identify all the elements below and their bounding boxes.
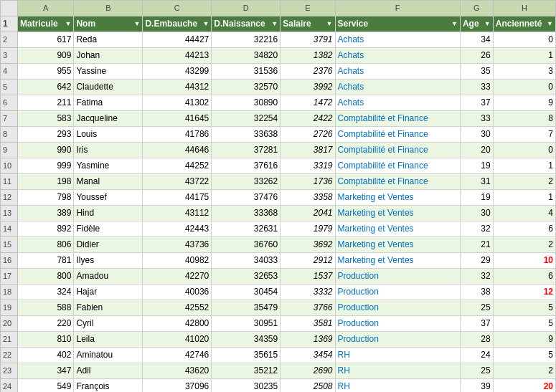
cell-anciennete[interactable]: 1 [493, 190, 555, 206]
col-header-matricule[interactable]: Matricule ▼ [17, 16, 73, 32]
cell-matricule[interactable]: 798 [17, 190, 73, 206]
cell-matricule[interactable]: 800 [17, 269, 73, 285]
cell-matricule[interactable]: 642 [17, 80, 73, 95]
cell-nom[interactable]: Yassine [74, 64, 143, 80]
cell-embauche[interactable]: 41302 [143, 95, 212, 111]
cell-service[interactable]: Production [335, 316, 460, 332]
cell-salaire[interactable]: 3992 [281, 80, 335, 95]
cell-embauche[interactable]: 43620 [143, 363, 212, 379]
table-row[interactable]: 7583Jacqueline41645322542422Comptabilité… [1, 111, 556, 127]
table-row[interactable]: 20220Cyril42800309513581Production375 [1, 316, 556, 332]
cell-age[interactable]: 24 [460, 348, 493, 363]
cell-matricule[interactable]: 999 [17, 158, 73, 174]
table-row[interactable]: 13389Hind43112333682041Marketing et Vent… [1, 206, 556, 221]
cell-anciennete[interactable]: 5 [493, 316, 555, 332]
table-row[interactable]: 14892Fidèle42443326311979Marketing et Ve… [1, 221, 556, 237]
cell-nom[interactable]: Johan [74, 48, 143, 64]
cell-salaire[interactable]: 1382 [281, 48, 335, 64]
cell-anciennete[interactable]: 2 [493, 174, 555, 190]
cell-age[interactable]: 28 [460, 332, 493, 348]
cell-anciennete[interactable]: 5 [493, 300, 555, 316]
table-row[interactable]: 16781Ilyes40982340332912Marketing et Ven… [1, 253, 556, 269]
cell-naissance[interactable]: 35479 [212, 300, 281, 316]
cell-age[interactable]: 29 [460, 253, 493, 269]
cell-anciennete[interactable]: 0 [493, 143, 555, 158]
cell-matricule[interactable]: 955 [17, 64, 73, 80]
cell-salaire[interactable]: 1369 [281, 332, 335, 348]
cell-service[interactable]: RH [335, 379, 460, 393]
cell-naissance[interactable]: 37616 [212, 158, 281, 174]
cell-anciennete[interactable]: 8 [493, 111, 555, 127]
cell-service[interactable]: Comptabilité et Finance [335, 111, 460, 127]
cell-age[interactable]: 33 [460, 111, 493, 127]
cell-naissance[interactable]: 32653 [212, 269, 281, 285]
cell-matricule[interactable]: 389 [17, 206, 73, 221]
table-row[interactable]: 5642Claudette44312325703992Achats330 [1, 80, 556, 95]
cell-naissance[interactable]: 32570 [212, 80, 281, 95]
cell-age[interactable]: 19 [460, 190, 493, 206]
cell-embauche[interactable]: 43112 [143, 206, 212, 221]
cell-anciennete[interactable]: 7 [493, 127, 555, 143]
col-header-service[interactable]: Service ▼ [335, 16, 460, 32]
cell-naissance[interactable]: 35615 [212, 348, 281, 363]
table-row[interactable]: 12798Youssef44175374763358Marketing et V… [1, 190, 556, 206]
cell-matricule[interactable]: 211 [17, 95, 73, 111]
cell-age[interactable]: 25 [460, 363, 493, 379]
col-letter-b[interactable]: B [74, 1, 143, 16]
cell-salaire[interactable]: 2726 [281, 127, 335, 143]
col-header-age[interactable]: Age ▼ [460, 16, 493, 32]
cell-matricule[interactable]: 806 [17, 237, 73, 253]
cell-salaire[interactable]: 1472 [281, 95, 335, 111]
cell-embauche[interactable]: 44252 [143, 158, 212, 174]
cell-nom[interactable]: Didier [74, 237, 143, 253]
cell-matricule[interactable]: 990 [17, 143, 73, 158]
cell-salaire[interactable]: 1979 [281, 221, 335, 237]
cell-embauche[interactable]: 42746 [143, 348, 212, 363]
cell-naissance[interactable]: 35212 [212, 363, 281, 379]
cell-naissance[interactable]: 34359 [212, 332, 281, 348]
cell-age[interactable]: 25 [460, 300, 493, 316]
cell-naissance[interactable]: 32254 [212, 111, 281, 127]
table-row[interactable]: 11198Manal43722332621736Comptabilité et … [1, 174, 556, 190]
cell-naissance[interactable]: 34033 [212, 253, 281, 269]
cell-embauche[interactable]: 40982 [143, 253, 212, 269]
cell-embauche[interactable]: 44646 [143, 143, 212, 158]
cell-matricule[interactable]: 781 [17, 253, 73, 269]
filter-arrow-nom[interactable]: ▼ [133, 17, 140, 31]
cell-naissance[interactable]: 33638 [212, 127, 281, 143]
cell-naissance[interactable]: 30235 [212, 379, 281, 393]
filter-arrow-naissance[interactable]: ▼ [271, 17, 278, 31]
cell-naissance[interactable]: 30951 [212, 316, 281, 332]
cell-salaire[interactable]: 2422 [281, 111, 335, 127]
cell-age[interactable]: 20 [460, 143, 493, 158]
cell-nom[interactable]: Fabien [74, 300, 143, 316]
cell-naissance[interactable]: 37281 [212, 143, 281, 158]
cell-naissance[interactable]: 32631 [212, 221, 281, 237]
table-row[interactable]: 2617Reda44427322163791Achats340 [1, 32, 556, 48]
cell-naissance[interactable]: 34820 [212, 48, 281, 64]
cell-anciennete[interactable]: 4 [493, 206, 555, 221]
table-row[interactable]: 24549François37096302352508RH3920 [1, 379, 556, 393]
cell-age[interactable]: 38 [460, 285, 493, 300]
filter-arrow-salaire[interactable]: ▼ [326, 17, 333, 31]
cell-nom[interactable]: Leila [74, 332, 143, 348]
cell-salaire[interactable]: 2912 [281, 253, 335, 269]
filter-arrow-service[interactable]: ▼ [451, 17, 458, 31]
cell-service[interactable]: Achats [335, 80, 460, 95]
cell-salaire[interactable]: 2690 [281, 363, 335, 379]
col-header-anciennete[interactable]: Ancienneté ▼ [493, 16, 555, 32]
cell-service[interactable]: Achats [335, 32, 460, 48]
col-header-naissance[interactable]: D.Naissance ▼ [212, 16, 281, 32]
cell-age[interactable]: 32 [460, 221, 493, 237]
table-row[interactable]: 4955Yassine43299315362376Achats353 [1, 64, 556, 80]
cell-nom[interactable]: Aminatou [74, 348, 143, 363]
col-letter-c[interactable]: C [143, 1, 212, 16]
cell-salaire[interactable]: 3791 [281, 32, 335, 48]
table-row[interactable]: 23347Adil43620352122690RH252 [1, 363, 556, 379]
cell-matricule[interactable]: 892 [17, 221, 73, 237]
cell-nom[interactable]: Claudette [74, 80, 143, 95]
table-row[interactable]: 10999Yasmine44252376163319Comptabilité e… [1, 158, 556, 174]
table-row[interactable]: 19588Fabien42552354793766Production255 [1, 300, 556, 316]
cell-service[interactable]: Marketing et Ventes [335, 237, 460, 253]
cell-anciennete[interactable]: 12 [493, 285, 555, 300]
